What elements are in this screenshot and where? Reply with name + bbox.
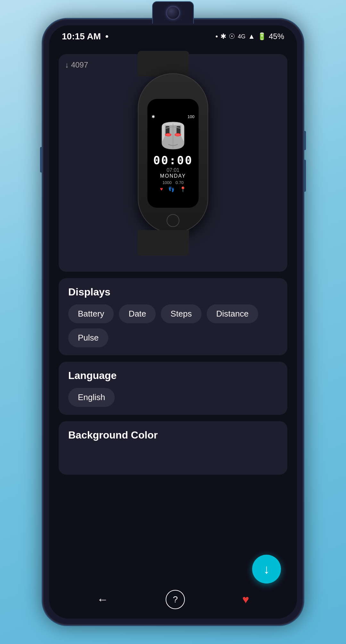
chip-pulse[interactable]: Pulse	[68, 328, 108, 347]
displays-title: Displays	[68, 286, 278, 298]
watch-distance: 0.70	[176, 180, 184, 185]
watch-location-icon: 📍	[180, 186, 186, 192]
watch-heart-icon: ♥	[160, 186, 163, 192]
status-icons: • ✱ ☉ 4G ▲ 🔋 45%	[215, 32, 284, 41]
watch-day-label: MONDAY	[160, 173, 186, 179]
chip-date[interactable]: Date	[119, 304, 156, 323]
download-fab-button[interactable]: ↓	[252, 555, 281, 584]
language-chips-row: English	[68, 388, 278, 407]
watch-battery-label: 100	[187, 114, 194, 119]
dot-icon: •	[215, 32, 218, 41]
side-button-left	[40, 147, 43, 173]
watch-preview-card: ↓ 4097 ✱ 100	[59, 54, 287, 272]
watch-screen: ✱ 100	[147, 99, 199, 208]
signal-bars-icon: ▲	[248, 32, 255, 41]
favorite-button[interactable]: ♥	[242, 593, 249, 606]
camera-popup	[152, 1, 194, 24]
smartband: ✱ 100	[138, 73, 208, 233]
background-color-title: Background Color	[68, 429, 278, 441]
watch-stats-row: 1000 0.70	[162, 180, 184, 185]
iron-man-face-icon	[159, 120, 187, 152]
battery-icon: 🔋	[258, 32, 266, 41]
svg-point-4	[166, 134, 171, 136]
help-button[interactable]: ?	[166, 590, 185, 609]
band-body: ✱ 100	[138, 73, 208, 233]
side-button-right-top	[303, 131, 306, 150]
background-color-section: Background Color	[59, 421, 287, 475]
back-icon: ←	[97, 593, 108, 606]
language-title: Language	[68, 370, 278, 382]
watch-id-label: ↓ 4097	[65, 60, 88, 69]
chip-english[interactable]: English	[68, 388, 115, 407]
bottom-nav: ← ? ♥	[55, 587, 291, 612]
watch-top-row: ✱ 100	[149, 114, 197, 119]
displays-chips-row: Battery Date Steps Distance Pulse	[68, 304, 278, 347]
scroll-content[interactable]: ↓ 4097 ✱ 100	[49, 48, 297, 593]
color-picker-placeholder	[68, 447, 278, 467]
bluetooth-icon: ✱	[220, 32, 226, 41]
watch-date-num: 07:01	[167, 167, 179, 173]
watch-steps: 1000	[162, 180, 172, 185]
language-section: Language English	[59, 362, 287, 415]
camera-lens	[166, 6, 180, 20]
signal-icon: 4G	[238, 33, 245, 40]
chip-steps[interactable]: Steps	[161, 304, 202, 323]
svg-point-5	[175, 134, 180, 136]
watch-steps-icon: 👣	[168, 186, 175, 192]
phone-screen: 10:15 AM • • ✱ ☉ 4G ▲ 🔋 45% ↓ 4097	[49, 25, 297, 619]
status-bar: 10:15 AM • • ✱ ☉ 4G ▲ 🔋 45%	[49, 25, 297, 48]
watch-icons-row: ♥ 👣 📍	[160, 186, 186, 192]
band-strap-bottom	[138, 230, 189, 256]
home-indicator	[167, 214, 179, 227]
download-fab-icon: ↓	[263, 562, 270, 576]
help-icon: ?	[173, 594, 178, 605]
chip-distance[interactable]: Distance	[207, 304, 258, 323]
battery-percentage: 45%	[269, 32, 284, 41]
watch-screen-inner: ✱ 100	[147, 99, 199, 208]
phone-frame: 10:15 AM • • ✱ ☉ 4G ▲ 🔋 45% ↓ 4097	[42, 18, 304, 626]
watch-time-display: 00:00	[153, 154, 193, 167]
heart-icon: ♥	[242, 593, 249, 606]
status-time: 10:15 AM •	[62, 31, 109, 42]
side-button-right-bottom	[303, 160, 306, 192]
chip-battery[interactable]: Battery	[68, 304, 114, 323]
watch-bt-icon: ✱	[152, 114, 155, 119]
back-button[interactable]: ←	[97, 593, 108, 606]
displays-section: Displays Battery Date Steps Distance Pul…	[59, 278, 287, 355]
wifi-icon: ☉	[229, 32, 235, 41]
band-strap-top	[138, 51, 189, 76]
